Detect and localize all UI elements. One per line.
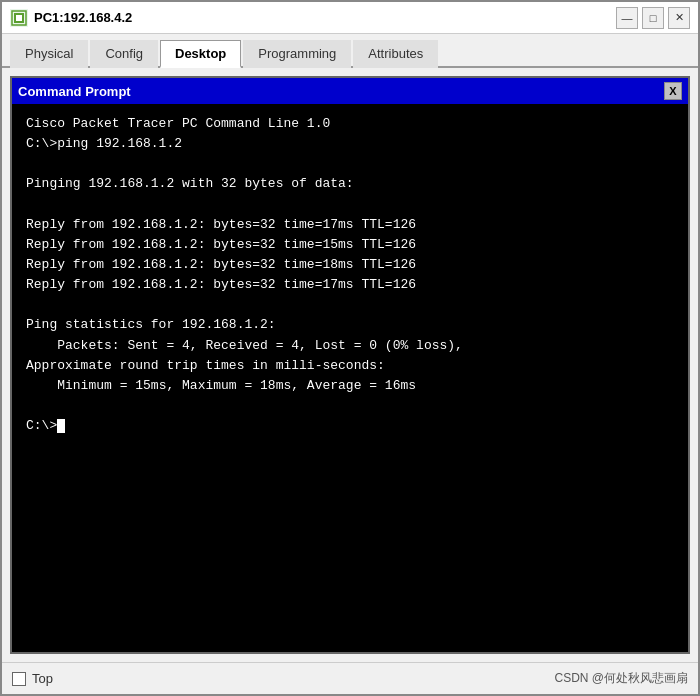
footer-left: Top [12, 671, 53, 686]
top-label: Top [32, 671, 53, 686]
title-bar-left: PC1:192.168.4.2 [10, 9, 132, 27]
watermark: CSDN @何处秋风悲画扇 [554, 670, 688, 687]
tab-physical[interactable]: Physical [10, 40, 88, 68]
minimize-button[interactable]: — [616, 7, 638, 29]
cmd-output: Cisco Packet Tracer PC Command Line 1.0 … [26, 114, 674, 436]
command-prompt-window: Command Prompt X Cisco Packet Tracer PC … [10, 76, 690, 654]
top-checkbox[interactable] [12, 672, 26, 686]
title-controls: — □ ✕ [616, 7, 690, 29]
window-title: PC1:192.168.4.2 [34, 10, 132, 25]
cmd-title-bar: Command Prompt X [12, 78, 688, 104]
tab-desktop[interactable]: Desktop [160, 40, 241, 68]
maximize-button[interactable]: □ [642, 7, 664, 29]
tab-programming[interactable]: Programming [243, 40, 351, 68]
title-bar: PC1:192.168.4.2 — □ ✕ [2, 2, 698, 34]
content-area: Command Prompt X Cisco Packet Tracer PC … [2, 68, 698, 662]
app-icon [10, 9, 28, 27]
main-window: PC1:192.168.4.2 — □ ✕ Physical Config De… [0, 0, 700, 696]
cmd-close-button[interactable]: X [664, 82, 682, 100]
svg-rect-3 [16, 15, 22, 21]
window-close-button[interactable]: ✕ [668, 7, 690, 29]
cmd-body[interactable]: Cisco Packet Tracer PC Command Line 1.0 … [12, 104, 688, 652]
tab-config[interactable]: Config [90, 40, 158, 68]
cmd-title-text: Command Prompt [18, 84, 131, 99]
cmd-cursor [57, 419, 65, 433]
tab-attributes[interactable]: Attributes [353, 40, 438, 68]
tab-bar: Physical Config Desktop Programming Attr… [2, 34, 698, 68]
footer: Top CSDN @何处秋风悲画扇 [2, 662, 698, 694]
